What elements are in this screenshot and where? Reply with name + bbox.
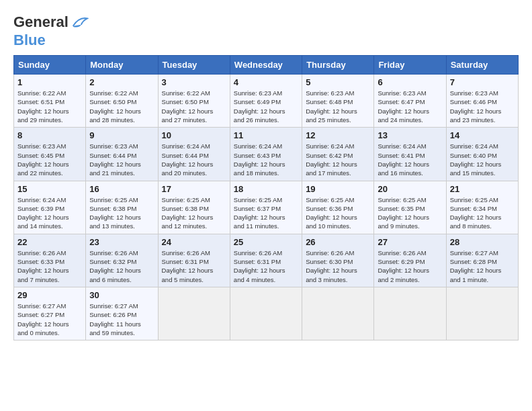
calendar-day: 24Sunrise: 6:26 AM Sunset: 6:31 PM Dayli… (158, 234, 230, 287)
day-number: 24 (162, 237, 226, 247)
day-number: 7 (450, 77, 515, 87)
day-info: Sunrise: 6:26 AM Sunset: 6:30 PM Dayligh… (306, 248, 370, 284)
calendar-day: 20Sunrise: 6:25 AM Sunset: 6:35 PM Dayli… (374, 181, 446, 234)
calendar-week-3: 15Sunrise: 6:24 AM Sunset: 6:39 PM Dayli… (14, 181, 519, 234)
day-info: Sunrise: 6:26 AM Sunset: 6:33 PM Dayligh… (17, 248, 82, 284)
weekday-sunday: Sunday (14, 56, 86, 75)
day-number: 13 (378, 130, 442, 140)
day-info: Sunrise: 6:25 AM Sunset: 6:37 PM Dayligh… (234, 195, 298, 231)
calendar-day (230, 287, 302, 340)
day-number: 22 (17, 237, 82, 247)
day-info: Sunrise: 6:27 AM Sunset: 6:28 PM Dayligh… (450, 248, 515, 284)
day-number: 4 (234, 77, 298, 87)
calendar-week-5: 29Sunrise: 6:27 AM Sunset: 6:27 PM Dayli… (14, 287, 519, 340)
day-number: 12 (306, 130, 370, 140)
day-number: 10 (162, 130, 226, 140)
calendar-day: 14Sunrise: 6:24 AM Sunset: 6:40 PM Dayli… (446, 128, 518, 181)
calendar-day: 6Sunrise: 6:23 AM Sunset: 6:47 PM Daylig… (374, 75, 446, 128)
day-number: 8 (17, 130, 82, 140)
day-info: Sunrise: 6:24 AM Sunset: 6:42 PM Dayligh… (306, 142, 370, 177)
day-info: Sunrise: 6:25 AM Sunset: 6:38 PM Dayligh… (162, 195, 226, 231)
weekday-thursday: Thursday (302, 56, 374, 75)
day-info: Sunrise: 6:24 AM Sunset: 6:44 PM Dayligh… (162, 142, 226, 177)
day-info: Sunrise: 6:23 AM Sunset: 6:48 PM Dayligh… (306, 89, 370, 124)
day-number: 21 (450, 184, 515, 194)
logo-bird-icon (70, 13, 89, 32)
calendar-day: 2Sunrise: 6:22 AM Sunset: 6:50 PM Daylig… (86, 75, 158, 128)
calendar-day (302, 287, 374, 340)
calendar-day: 10Sunrise: 6:24 AM Sunset: 6:44 PM Dayli… (158, 128, 230, 181)
calendar-day: 4Sunrise: 6:23 AM Sunset: 6:49 PM Daylig… (230, 75, 302, 128)
day-info: Sunrise: 6:24 AM Sunset: 6:41 PM Dayligh… (378, 142, 442, 177)
calendar-day: 3Sunrise: 6:22 AM Sunset: 6:50 PM Daylig… (158, 75, 230, 128)
calendar-day: 9Sunrise: 6:23 AM Sunset: 6:44 PM Daylig… (86, 128, 158, 181)
weekday-tuesday: Tuesday (158, 56, 230, 75)
day-info: Sunrise: 6:26 AM Sunset: 6:31 PM Dayligh… (162, 248, 226, 284)
calendar-week-2: 8Sunrise: 6:23 AM Sunset: 6:45 PM Daylig… (14, 128, 519, 181)
day-number: 14 (450, 130, 515, 140)
day-info: Sunrise: 6:24 AM Sunset: 6:43 PM Dayligh… (234, 142, 298, 177)
logo: General Blue (13, 13, 89, 48)
day-info: Sunrise: 6:23 AM Sunset: 6:49 PM Dayligh… (234, 89, 298, 124)
calendar-day: 13Sunrise: 6:24 AM Sunset: 6:41 PM Dayli… (374, 128, 446, 181)
calendar-day: 15Sunrise: 6:24 AM Sunset: 6:39 PM Dayli… (14, 181, 86, 234)
weekday-wednesday: Wednesday (230, 56, 302, 75)
calendar-day: 11Sunrise: 6:24 AM Sunset: 6:43 PM Dayli… (230, 128, 302, 181)
calendar-day: 7Sunrise: 6:23 AM Sunset: 6:46 PM Daylig… (446, 75, 518, 128)
calendar-table: SundayMondayTuesdayWednesdayThursdayFrid… (13, 55, 519, 340)
calendar-day (446, 287, 518, 340)
day-number: 15 (17, 184, 82, 194)
calendar-week-1: 1Sunrise: 6:22 AM Sunset: 6:51 PM Daylig… (14, 75, 519, 128)
day-number: 16 (89, 184, 154, 194)
day-info: Sunrise: 6:23 AM Sunset: 6:44 PM Dayligh… (89, 142, 154, 177)
day-info: Sunrise: 6:26 AM Sunset: 6:29 PM Dayligh… (378, 248, 442, 284)
day-number: 30 (89, 290, 154, 300)
weekday-friday: Friday (374, 56, 446, 75)
day-number: 2 (89, 77, 154, 87)
day-info: Sunrise: 6:22 AM Sunset: 6:51 PM Dayligh… (17, 89, 82, 124)
day-info: Sunrise: 6:26 AM Sunset: 6:32 PM Dayligh… (89, 248, 154, 284)
calendar-day: 8Sunrise: 6:23 AM Sunset: 6:45 PM Daylig… (14, 128, 86, 181)
calendar-day: 16Sunrise: 6:25 AM Sunset: 6:38 PM Dayli… (86, 181, 158, 234)
day-info: Sunrise: 6:25 AM Sunset: 6:38 PM Dayligh… (89, 195, 154, 231)
day-info: Sunrise: 6:24 AM Sunset: 6:39 PM Dayligh… (17, 195, 82, 231)
day-number: 23 (89, 237, 154, 247)
weekday-header-row: SundayMondayTuesdayWednesdayThursdayFrid… (14, 56, 519, 75)
calendar-day: 17Sunrise: 6:25 AM Sunset: 6:38 PM Dayli… (158, 181, 230, 234)
day-number: 6 (378, 77, 442, 87)
day-info: Sunrise: 6:25 AM Sunset: 6:34 PM Dayligh… (450, 195, 515, 231)
day-number: 19 (306, 184, 370, 194)
calendar-body: 1Sunrise: 6:22 AM Sunset: 6:51 PM Daylig… (14, 75, 519, 340)
calendar-day: 18Sunrise: 6:25 AM Sunset: 6:37 PM Dayli… (230, 181, 302, 234)
calendar-day (374, 287, 446, 340)
calendar-day: 27Sunrise: 6:26 AM Sunset: 6:29 PM Dayli… (374, 234, 446, 287)
day-info: Sunrise: 6:26 AM Sunset: 6:31 PM Dayligh… (234, 248, 298, 284)
day-number: 11 (234, 130, 298, 140)
calendar-day: 30Sunrise: 6:27 AM Sunset: 6:26 PM Dayli… (86, 287, 158, 340)
logo-general: General (13, 13, 69, 30)
day-number: 29 (17, 290, 82, 300)
weekday-saturday: Saturday (446, 56, 518, 75)
day-number: 20 (378, 184, 442, 194)
day-info: Sunrise: 6:27 AM Sunset: 6:26 PM Dayligh… (89, 302, 154, 337)
day-number: 5 (306, 77, 370, 87)
logo-blue: Blue (13, 32, 89, 48)
calendar-day: 22Sunrise: 6:26 AM Sunset: 6:33 PM Dayli… (14, 234, 86, 287)
calendar-week-4: 22Sunrise: 6:26 AM Sunset: 6:33 PM Dayli… (14, 234, 519, 287)
day-number: 9 (89, 130, 154, 140)
calendar-day: 28Sunrise: 6:27 AM Sunset: 6:28 PM Dayli… (446, 234, 518, 287)
calendar-header: SundayMondayTuesdayWednesdayThursdayFrid… (14, 56, 519, 75)
calendar-day: 5Sunrise: 6:23 AM Sunset: 6:48 PM Daylig… (302, 75, 374, 128)
day-info: Sunrise: 6:22 AM Sunset: 6:50 PM Dayligh… (162, 89, 226, 124)
page-header: General Blue (13, 13, 519, 48)
calendar-day (158, 287, 230, 340)
day-number: 25 (234, 237, 298, 247)
calendar-day: 23Sunrise: 6:26 AM Sunset: 6:32 PM Dayli… (86, 234, 158, 287)
day-info: Sunrise: 6:25 AM Sunset: 6:35 PM Dayligh… (378, 195, 442, 231)
day-number: 28 (450, 237, 515, 247)
day-info: Sunrise: 6:23 AM Sunset: 6:45 PM Dayligh… (17, 142, 82, 177)
day-info: Sunrise: 6:24 AM Sunset: 6:40 PM Dayligh… (450, 142, 515, 177)
day-info: Sunrise: 6:27 AM Sunset: 6:27 PM Dayligh… (17, 302, 82, 337)
day-number: 1 (17, 77, 82, 87)
day-info: Sunrise: 6:22 AM Sunset: 6:50 PM Dayligh… (89, 89, 154, 124)
